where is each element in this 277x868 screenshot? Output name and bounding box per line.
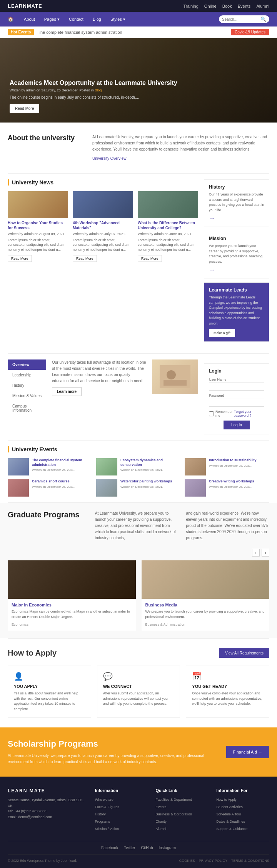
- overview-menu-item-overview[interactable]: Overview: [8, 359, 46, 370]
- event-item: Ceramics short course Written on Decembe…: [8, 479, 92, 497]
- event-image-2: [96, 458, 117, 475]
- history-text: Our 42 years of experience provide a sec…: [209, 192, 264, 213]
- footer-link-facts[interactable]: Facts & Figures: [95, 805, 119, 809]
- event-image-6: [185, 479, 206, 497]
- programs-prev-button[interactable]: ‹: [252, 549, 260, 557]
- login-button[interactable]: Log In: [224, 421, 250, 429]
- news-read-more-1[interactable]: Read More: [8, 255, 32, 262]
- how-to-apply-section: How to Apply View All Requirements 👤 YOU…: [0, 639, 277, 727]
- event-title-6[interactable]: Creative writing workshops: [209, 479, 254, 484]
- footer-link-charity[interactable]: Charity: [155, 820, 167, 823]
- apply-icon-2: 💬: [103, 672, 174, 681]
- footer-facebook-link[interactable]: Facebook: [101, 846, 118, 850]
- program-tag-2: Business & Administration: [145, 623, 185, 626]
- leads-text: Through the Learnmate Leads campaign, we…: [209, 295, 264, 326]
- overview-menu-item-campus[interactable]: Campus Information: [8, 401, 46, 416]
- apply-steps: 👤 YOU APPLY Tell us a little about yours…: [8, 666, 269, 718]
- leads-title: Learnmate Leads: [209, 287, 264, 293]
- footer-twitter-link[interactable]: Twitter: [124, 846, 135, 850]
- graduate-title: Graduate Programs: [8, 510, 80, 519]
- university-overview-link[interactable]: University Overview: [92, 156, 126, 162]
- program-image-2: [142, 560, 270, 599]
- footer-link-who-we-are[interactable]: Who we are: [95, 798, 113, 802]
- apply-step-1: 👤 YOU APPLY Tell us a little about yours…: [8, 666, 91, 718]
- nav-about[interactable]: About: [19, 12, 40, 27]
- footer-information: Information Who we are Facts & Figures H…: [95, 788, 148, 833]
- view-requirements-button[interactable]: View All Requirements: [219, 648, 269, 658]
- event-image-3: [185, 458, 206, 475]
- username-label: User Name: [209, 378, 264, 381]
- news-read-more-2[interactable]: Read More: [73, 255, 97, 262]
- footer-link-how-to-apply[interactable]: How to Apply: [216, 798, 237, 802]
- footer-privacy-link[interactable]: PRIVACY POLICY: [199, 859, 227, 863]
- news-item: What is the Difference Between Universit…: [138, 191, 198, 262]
- overview-menu: Overview Leadership History Mission & Va…: [8, 359, 46, 434]
- footer-link-dates[interactable]: Dates & Deadlines: [216, 820, 245, 823]
- programs-next-button[interactable]: ›: [262, 549, 269, 557]
- remember-me-checkbox[interactable]: [209, 411, 214, 416]
- financial-aid-button[interactable]: Financial Aid →: [226, 746, 269, 758]
- nav-online[interactable]: Online: [204, 4, 217, 8]
- footer-link-alumni[interactable]: Alumni: [155, 827, 166, 831]
- nav-book[interactable]: Book: [222, 4, 232, 8]
- make-gift-button[interactable]: Make a gift: [209, 329, 235, 337]
- footer-instagram-link[interactable]: Instagram: [159, 846, 176, 850]
- news-read-more-3[interactable]: Read More: [138, 255, 162, 262]
- event-date-2: Written on December 25, 2021.: [120, 468, 181, 472]
- footer-logo: LEARN MATE: [8, 788, 87, 793]
- learn-more-button[interactable]: Learn more: [52, 387, 82, 396]
- search-box[interactable]: 🔍: [219, 15, 269, 23]
- news-meta-3: Written by admin on June 08, 2021.: [138, 232, 198, 237]
- password-input[interactable]: [209, 399, 264, 407]
- search-input[interactable]: [222, 17, 260, 22]
- overview-menu-item-leadership[interactable]: Leadership: [8, 370, 46, 380]
- event-title-3[interactable]: Introduction to sustainability: [209, 458, 257, 463]
- footer-info-for-title: Information For: [216, 788, 269, 793]
- footer-cookies-link[interactable]: COOKIES: [179, 859, 195, 863]
- nav-alumni[interactable]: Alumni: [256, 4, 269, 8]
- news-title-3: What is the Difference Between Universit…: [138, 220, 198, 230]
- footer-link-programs[interactable]: Programs: [95, 820, 110, 823]
- overview-menu-item-mission[interactable]: Mission & Values: [8, 391, 46, 401]
- login-title: Login: [209, 368, 264, 374]
- password-field: Password: [209, 394, 264, 407]
- username-input[interactable]: [209, 383, 264, 391]
- forgot-password-link[interactable]: Forgot your password ?: [234, 410, 264, 417]
- history-arrow-icon[interactable]: →: [209, 215, 264, 222]
- event-title-1[interactable]: The complete financial system administra…: [32, 458, 92, 467]
- nav-styles[interactable]: Styles ▾: [106, 12, 130, 27]
- remember-me-label[interactable]: Remember me: [209, 410, 234, 417]
- footer-link-schedule-tour[interactable]: Schedule A Tour: [216, 812, 241, 816]
- footer-address: Senate House, Tyndall Avenue, Bristol, B…: [8, 797, 87, 808]
- program-title-1[interactable]: Major in Economics: [12, 603, 132, 607]
- footer-link-history[interactable]: History: [95, 812, 106, 816]
- footer-link-faculties[interactable]: Faculties & Department: [155, 798, 192, 802]
- nav-pages[interactable]: Pages ▾: [40, 12, 64, 27]
- event-title-4[interactable]: Ceramics short course: [32, 479, 75, 484]
- footer-github-link[interactable]: GitHub: [141, 846, 153, 850]
- hot-events-text: The complete financial system administra…: [38, 30, 231, 35]
- footer-link-mission[interactable]: Mission / Vision: [95, 827, 119, 831]
- nav-contact[interactable]: Contact: [64, 12, 88, 27]
- program-title-2[interactable]: Business Media: [145, 603, 266, 607]
- hero-read-more-button[interactable]: Read More: [10, 104, 39, 113]
- event-title-5[interactable]: Watercolor painting workshops: [120, 479, 172, 484]
- event-item: The complete financial system administra…: [8, 458, 92, 475]
- overview-menu-item-history[interactable]: History: [8, 380, 46, 391]
- news-meta-1: Written by admin on August 09, 2021.: [8, 232, 68, 237]
- nav-training[interactable]: Training: [184, 4, 199, 8]
- footer-link-business[interactable]: Business & Corporation: [155, 812, 192, 816]
- about-description: At Learnmate University, we prepare you …: [92, 134, 269, 152]
- footer-link-student-activities[interactable]: Student Activities: [216, 805, 243, 809]
- news-desc-1: Lorem ipsum dolor sit amet, consectetur …: [8, 238, 68, 252]
- mission-arrow-icon[interactable]: →: [209, 267, 264, 273]
- apply-icon-1: 👤: [14, 672, 85, 681]
- nav-blog[interactable]: Blog: [88, 12, 106, 27]
- footer-link-events[interactable]: Events: [155, 805, 166, 809]
- footer-terms-link[interactable]: TERMS & CONDITIONS: [231, 859, 269, 863]
- covid-badge[interactable]: Covid-19 Updates: [231, 29, 269, 35]
- event-title-2[interactable]: Ecosystem dynamics and conservation: [120, 458, 181, 467]
- home-icon[interactable]: 🏠: [8, 12, 19, 27]
- nav-events[interactable]: Events: [238, 4, 251, 8]
- footer-link-support[interactable]: Support & Guidance: [216, 827, 247, 831]
